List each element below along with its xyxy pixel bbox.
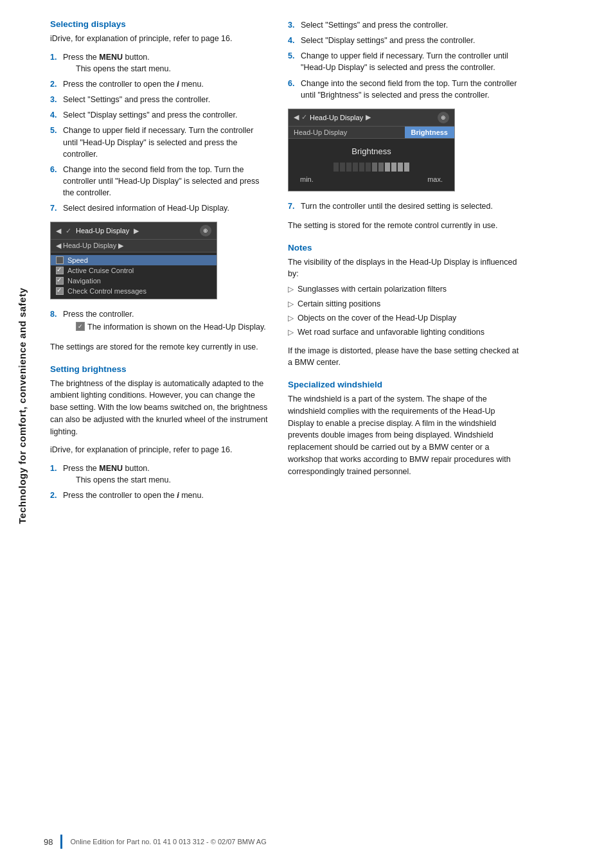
step-8-text: Press the controller. ✓ The information … — [63, 308, 269, 333]
step-6: 6. Change into the second field from the… — [50, 164, 269, 199]
checkbox-speed — [56, 256, 64, 264]
hud-menu-cruise-label: Active Cruise Control — [67, 267, 134, 274]
slider-seg-3 — [346, 163, 351, 172]
notes-bullets: ▷ Sunglasses with certain polarization f… — [288, 283, 519, 339]
bullet-arrow-3: ▷ — [288, 313, 294, 324]
brightness-checkmark: ✓ — [301, 113, 307, 121]
settings-stored-text: The settings are stored for the remote k… — [50, 341, 269, 353]
brightness-step-1-text: Press the MENU button. This opens the st… — [63, 463, 269, 486]
step-1-sub: This opens the start menu. — [76, 64, 171, 73]
setting-brightness-section: Setting brightness The brightness of the… — [50, 364, 269, 502]
step-7-num: 7. — [50, 202, 59, 214]
two-column-layout: Selecting displays iDrive, for explanati… — [50, 19, 600, 509]
brightness-hud-top: ◀ ✓ Head-Up Display ▶ ⊕ — [289, 109, 454, 127]
step-8-sub: ✓ The information is shown on the Head-U… — [76, 321, 269, 333]
setting-brightness-steps: 1. Press the MENU button. This opens the… — [50, 463, 269, 501]
setting-stored-text: The setting is stored for the remote con… — [288, 220, 519, 231]
brightness-hud-title: Head-Up Display — [310, 114, 363, 121]
step-5-text: Change to upper field if necessary. Turn… — [63, 125, 269, 159]
specialized-windshield-title: Specialized windshield — [288, 380, 519, 389]
hud-menu-check-label: Check Control messages — [67, 287, 147, 295]
left-column: Selecting displays iDrive, for explanati… — [50, 19, 269, 509]
specialized-windshield-section: Specialized windshield The windshield is… — [288, 380, 519, 477]
setting-brightness-title: Setting brightness — [50, 364, 269, 374]
step-7-after-num: 7. — [288, 200, 297, 212]
brightness-label: Brightness — [351, 146, 391, 156]
brightness-step-1-sub: This opens the start menu. — [76, 475, 171, 484]
page-number: 98 — [44, 837, 53, 847]
checkbox-check — [56, 287, 64, 295]
brightness-hud-box: ◀ ✓ Head-Up Display ▶ ⊕ Head-Up Display … — [288, 109, 455, 191]
bullet-3: ▷ Objects on the cover of the Head-Up Di… — [288, 312, 519, 324]
hud-menu-nav-label: Navigation — [67, 277, 101, 285]
step-1-text: Press the MENU button. This opens the st… — [63, 51, 269, 75]
right-column: 3. Select "Settings" and press the contr… — [288, 19, 519, 509]
checkbox-cruise — [56, 267, 64, 274]
menu-bold-2: MENU — [99, 464, 123, 473]
right-step-4: 4. Select "Display settings" and press t… — [288, 35, 519, 46]
right-steps-continued: 3. Select "Settings" and press the contr… — [288, 19, 519, 101]
hud-menu-nav: Navigation — [51, 276, 217, 286]
setting-brightness-intro2: iDrive, for explanation of principle, re… — [50, 444, 269, 456]
hud-menu-check: Check Control messages — [51, 286, 217, 296]
right-step-6: 6. Change into the second field from the… — [288, 78, 519, 101]
brightness-slider — [333, 163, 409, 172]
hud-menu-items: Speed Active Cruise Control Navigation — [51, 252, 217, 299]
notes-title: Notes — [288, 243, 519, 252]
step-4-num: 4. — [50, 109, 59, 121]
step-4-text: Select "Display settings" and press the … — [63, 109, 269, 121]
step-2-num: 2. — [50, 78, 59, 90]
hud-nav-right: ▶ — [134, 227, 139, 235]
step-6-num: 6. — [50, 164, 59, 199]
step-8-check-icon: ✓ — [76, 322, 85, 331]
bullet-2: ▷ Certain sitting positions — [288, 298, 519, 310]
bullet-text-3: Objects on the cover of the Head-Up Disp… — [298, 312, 456, 324]
bullet-text-1: Sunglasses with certain polarization fil… — [298, 283, 447, 295]
brightness-hud-row2: Head-Up Display Brightness — [289, 127, 454, 139]
notes-intro: The visibility of the displays in the He… — [288, 256, 519, 279]
selecting-displays-steps: 1. Press the MENU button. This opens the… — [50, 51, 269, 215]
slider-seg-8 — [378, 163, 384, 172]
distorted-text: If the image is distorted, please have t… — [288, 345, 519, 368]
right-step-5-num: 5. — [288, 50, 297, 73]
sidebar-text: Technology for comfort, convenience and … — [17, 344, 28, 524]
page-footer: 98 Online Edition for Part no. 01 41 0 0… — [44, 835, 600, 849]
right-step-3: 3. Select "Settings" and press the contr… — [288, 19, 519, 31]
step-5-num: 5. — [50, 125, 59, 159]
hud-second-row: ◀ Head-Up Display ▶ — [51, 240, 217, 252]
step-2-text: Press the controller to open the i menu. — [63, 78, 269, 90]
selecting-displays-intro: iDrive, for explanation of principle, re… — [50, 33, 269, 45]
bullet-arrow-2: ▷ — [288, 299, 294, 310]
menu-bold: MENU — [99, 53, 123, 62]
step-7: 7. Select desired information of Head-Up… — [50, 202, 269, 214]
step-7-text: Select desired information of Head-Up Di… — [63, 202, 269, 214]
brightness-step-2-num: 2. — [50, 490, 59, 501]
right-step-4-text: Select "Display settings" and press the … — [301, 35, 519, 46]
hud-settings-btn: ⊕ — [200, 225, 211, 236]
right-step-5-text: Change to upper field if necessary. Turn… — [301, 50, 519, 73]
right-step-3-text: Select "Settings" and press the controll… — [301, 19, 519, 31]
slider-seg-2 — [340, 163, 345, 172]
hud-menu-cruise: Active Cruise Control — [51, 265, 217, 276]
notes-section: Notes The visibility of the displays in … — [288, 243, 519, 368]
brightness-max-label: max. — [427, 175, 443, 183]
selecting-displays-title: Selecting displays — [50, 19, 269, 29]
brightness-min-label: min. — [300, 175, 314, 183]
brightness-step-1: 1. Press the MENU button. This opens the… — [50, 463, 269, 486]
footer-divider — [60, 835, 62, 849]
sidebar: Technology for comfort, convenience and … — [0, 0, 44, 868]
brightness-hud-top-left: ◀ ✓ Head-Up Display ▶ — [294, 113, 371, 121]
hud-menu-speed-label: Speed — [67, 256, 88, 264]
main-content: Selecting displays iDrive, for explanati… — [44, 0, 613, 868]
step-6-text: Change into the second field from the to… — [63, 164, 269, 199]
right-step-5: 5. Change to upper field if necessary. T… — [288, 50, 519, 73]
step-7-after-text: Turn the controller until the desired se… — [301, 200, 519, 212]
step-8-num: 8. — [50, 308, 59, 333]
brightness-step-2-text: Press the controller to open the i menu. — [63, 490, 269, 501]
bullet-text-2: Certain sitting positions — [298, 298, 380, 310]
bullet-1: ▷ Sunglasses with certain polarization f… — [288, 283, 519, 295]
bullet-4: ▷ Wet road surface and unfavorable light… — [288, 326, 519, 338]
step-3-text: Select "Settings" and press the controll… — [63, 94, 269, 105]
brightness-hud-content: Brightness — [289, 139, 454, 191]
hud-nav-left: ◀ — [56, 227, 61, 235]
